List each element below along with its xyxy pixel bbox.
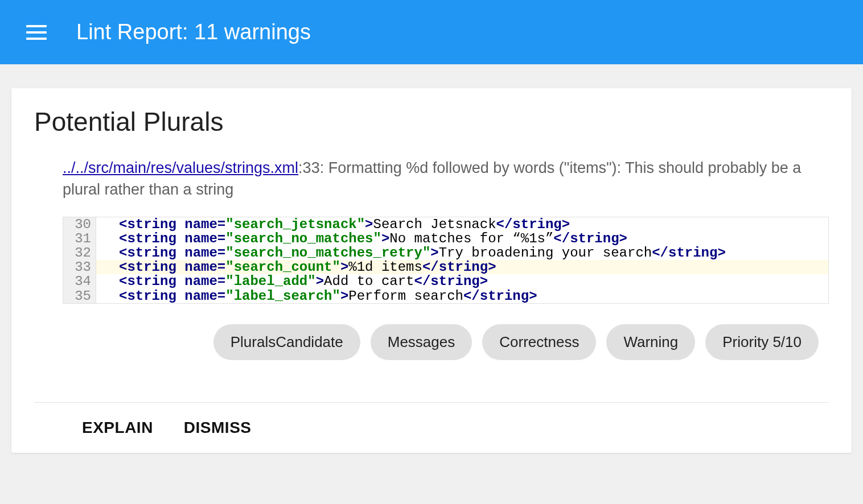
code-line: 34<string name="label_add">Add to cart</…: [63, 274, 828, 288]
issue-card: Potential Plurals ../../src/main/res/val…: [11, 88, 852, 453]
page-title: Lint Report: 11 warnings: [76, 20, 311, 44]
code-snippet: 30<string name="search_jetsnack">Search …: [63, 217, 829, 304]
code-content: <string name="search_jetsnack">Search Je…: [96, 217, 828, 232]
card-actions: EXPLAIN DISMISS: [34, 402, 829, 453]
dismiss-button[interactable]: DISMISS: [184, 419, 252, 437]
file-link[interactable]: ../../src/main/res/values/strings.xml: [63, 159, 298, 176]
line-ref: :33:: [298, 159, 324, 176]
line-number: 31: [63, 232, 96, 246]
code-line: 33<string name="search_count">%1d items<…: [63, 260, 828, 274]
chip[interactable]: Correctness: [482, 324, 596, 360]
content: Potential Plurals ../../src/main/res/val…: [0, 64, 863, 453]
code-content: <string name="label_add">Add to cart</st…: [96, 274, 828, 288]
line-number: 30: [63, 217, 96, 232]
chip-row: PluralsCandidateMessagesCorrectnessWarni…: [34, 321, 829, 402]
explain-button[interactable]: EXPLAIN: [82, 419, 153, 437]
code-content: <string name="search_count">%1d items</s…: [96, 260, 828, 274]
line-number: 32: [63, 246, 96, 260]
code-content: <string name="label_search">Perform sear…: [96, 289, 828, 303]
code-content: <string name="search_no_matches_retry">T…: [96, 246, 828, 260]
line-number: 34: [63, 274, 96, 288]
app-bar: Lint Report: 11 warnings: [0, 0, 863, 64]
line-number: 35: [63, 289, 96, 303]
code-line: 32<string name="search_no_matches_retry"…: [63, 246, 828, 260]
code-line: 35<string name="label_search">Perform se…: [63, 289, 828, 303]
code-line: 30<string name="search_jetsnack">Search …: [63, 217, 828, 232]
issue-description: ../../src/main/res/values/strings.xml:33…: [63, 158, 829, 201]
line-number: 33: [63, 260, 96, 274]
chip[interactable]: PluralsCandidate: [213, 324, 360, 360]
issue-title: Potential Plurals: [34, 106, 829, 137]
chip[interactable]: Warning: [606, 324, 695, 360]
chip[interactable]: Messages: [371, 324, 472, 360]
code-content: <string name="search_no_matches">No matc…: [96, 232, 828, 246]
menu-icon[interactable]: [26, 22, 47, 43]
code-line: 31<string name="search_no_matches">No ma…: [63, 232, 828, 246]
chip[interactable]: Priority 5/10: [705, 324, 819, 360]
